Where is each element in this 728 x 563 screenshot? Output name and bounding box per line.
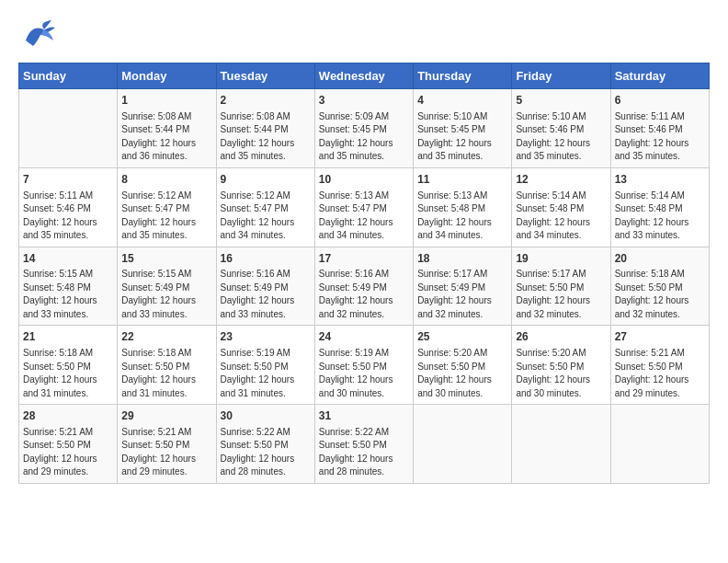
day-info: Sunrise: 5:16 AM Sunset: 5:49 PM Dayligh… [319,269,393,319]
weekday-header-wednesday: Wednesday [314,63,413,89]
calendar-cell: 24Sunrise: 5:19 AM Sunset: 5:50 PM Dayli… [314,326,413,405]
calendar-cell: 3Sunrise: 5:09 AM Sunset: 5:45 PM Daylig… [314,89,413,168]
weekday-header-thursday: Thursday [414,63,512,89]
day-info: Sunrise: 5:11 AM Sunset: 5:46 PM Dayligh… [615,111,689,162]
day-info: Sunrise: 5:08 AM Sunset: 5:44 PM Dayligh… [121,111,196,162]
calendar-cell: 7Sunrise: 5:11 AM Sunset: 5:46 PM Daylig… [19,167,118,247]
day-number: 23 [221,329,311,345]
calendar-cell: 6Sunrise: 5:11 AM Sunset: 5:46 PM Daylig… [610,89,709,168]
day-info: Sunrise: 5:12 AM Sunset: 5:47 PM Dayligh… [221,190,295,241]
day-number: 7 [23,172,113,188]
day-number: 2 [221,93,311,109]
calendar-header: SundayMondayTuesdayWednesdayThursdayFrid… [19,63,710,89]
header [18,15,710,55]
calendar-cell [19,89,118,168]
calendar-cell: 22Sunrise: 5:18 AM Sunset: 5:50 PM Dayli… [118,326,216,405]
day-info: Sunrise: 5:14 AM Sunset: 5:48 PM Dayligh… [615,190,689,241]
day-info: Sunrise: 5:21 AM Sunset: 5:50 PM Dayligh… [23,427,97,477]
day-info: Sunrise: 5:19 AM Sunset: 5:50 PM Dayligh… [319,348,393,398]
day-number: 10 [319,172,409,188]
calendar-cell: 28Sunrise: 5:21 AM Sunset: 5:50 PM Dayli… [19,405,118,484]
day-info: Sunrise: 5:09 AM Sunset: 5:45 PM Dayligh… [319,111,393,162]
calendar-cell: 13Sunrise: 5:14 AM Sunset: 5:48 PM Dayli… [610,167,709,247]
calendar-week-1: 1Sunrise: 5:08 AM Sunset: 5:44 PM Daylig… [19,89,710,168]
calendar-cell: 18Sunrise: 5:17 AM Sunset: 5:49 PM Dayli… [414,247,512,326]
day-number: 9 [221,172,311,188]
day-number: 8 [121,172,211,188]
day-info: Sunrise: 5:12 AM Sunset: 5:47 PM Dayligh… [121,190,196,241]
day-number: 13 [615,172,705,188]
day-number: 22 [121,329,211,345]
calendar-cell: 15Sunrise: 5:15 AM Sunset: 5:49 PM Dayli… [118,247,216,326]
day-number: 5 [516,93,606,109]
day-number: 31 [319,408,409,424]
day-info: Sunrise: 5:13 AM Sunset: 5:47 PM Dayligh… [319,190,393,241]
day-number: 19 [516,251,606,267]
day-info: Sunrise: 5:18 AM Sunset: 5:50 PM Dayligh… [121,348,196,398]
weekday-header-monday: Monday [118,63,216,89]
day-number: 25 [417,329,507,345]
calendar-cell: 17Sunrise: 5:16 AM Sunset: 5:49 PM Dayli… [314,247,413,326]
day-number: 17 [319,251,409,267]
calendar-cell: 12Sunrise: 5:14 AM Sunset: 5:48 PM Dayli… [512,167,610,247]
calendar-cell: 20Sunrise: 5:18 AM Sunset: 5:50 PM Dayli… [610,247,709,326]
calendar-cell: 8Sunrise: 5:12 AM Sunset: 5:47 PM Daylig… [118,167,216,247]
day-number: 11 [417,172,507,188]
day-info: Sunrise: 5:17 AM Sunset: 5:50 PM Dayligh… [516,269,590,319]
day-info: Sunrise: 5:21 AM Sunset: 5:50 PM Dayligh… [121,427,196,477]
day-info: Sunrise: 5:20 AM Sunset: 5:50 PM Dayligh… [516,348,590,398]
day-number: 14 [23,251,113,267]
weekday-header-saturday: Saturday [610,63,709,89]
calendar-cell: 21Sunrise: 5:18 AM Sunset: 5:50 PM Dayli… [19,326,118,405]
calendar-cell: 29Sunrise: 5:21 AM Sunset: 5:50 PM Dayli… [118,405,216,484]
day-info: Sunrise: 5:17 AM Sunset: 5:49 PM Dayligh… [417,269,492,319]
day-number: 18 [417,251,507,267]
day-info: Sunrise: 5:08 AM Sunset: 5:44 PM Dayligh… [221,111,295,162]
day-info: Sunrise: 5:18 AM Sunset: 5:50 PM Dayligh… [23,348,97,398]
day-info: Sunrise: 5:18 AM Sunset: 5:50 PM Dayligh… [615,269,689,319]
day-number: 4 [417,93,507,109]
day-number: 3 [319,93,409,109]
day-number: 6 [615,93,705,109]
calendar-week-5: 28Sunrise: 5:21 AM Sunset: 5:50 PM Dayli… [19,405,710,484]
calendar-cell: 10Sunrise: 5:13 AM Sunset: 5:47 PM Dayli… [314,167,413,247]
calendar-week-2: 7Sunrise: 5:11 AM Sunset: 5:46 PM Daylig… [19,167,710,247]
calendar-cell: 25Sunrise: 5:20 AM Sunset: 5:50 PM Dayli… [414,326,512,405]
calendar-body: 1Sunrise: 5:08 AM Sunset: 5:44 PM Daylig… [19,89,710,484]
day-number: 26 [516,329,606,345]
calendar-cell: 26Sunrise: 5:20 AM Sunset: 5:50 PM Dayli… [512,326,610,405]
day-number: 24 [319,329,409,345]
calendar-cell: 30Sunrise: 5:22 AM Sunset: 5:50 PM Dayli… [216,405,314,484]
day-number: 1 [121,93,211,109]
day-number: 16 [221,251,311,267]
calendar-cell [610,405,709,484]
calendar-cell: 9Sunrise: 5:12 AM Sunset: 5:47 PM Daylig… [216,167,314,247]
day-number: 12 [516,172,606,188]
calendar-cell: 1Sunrise: 5:08 AM Sunset: 5:44 PM Daylig… [118,89,216,168]
day-info: Sunrise: 5:13 AM Sunset: 5:48 PM Dayligh… [417,190,492,241]
calendar-cell: 11Sunrise: 5:13 AM Sunset: 5:48 PM Dayli… [414,167,512,247]
calendar-table: SundayMondayTuesdayWednesdayThursdayFrid… [18,63,710,484]
calendar-cell: 31Sunrise: 5:22 AM Sunset: 5:50 PM Dayli… [314,405,413,484]
weekday-header-tuesday: Tuesday [216,63,314,89]
calendar-cell: 16Sunrise: 5:16 AM Sunset: 5:49 PM Dayli… [216,247,314,326]
day-number: 28 [23,408,113,424]
weekday-header-sunday: Sunday [19,63,118,89]
day-info: Sunrise: 5:16 AM Sunset: 5:49 PM Dayligh… [221,269,295,319]
day-info: Sunrise: 5:15 AM Sunset: 5:49 PM Dayligh… [121,269,196,319]
day-number: 30 [221,408,311,424]
calendar-cell: 14Sunrise: 5:15 AM Sunset: 5:48 PM Dayli… [19,247,118,326]
day-info: Sunrise: 5:22 AM Sunset: 5:50 PM Dayligh… [221,427,295,477]
day-number: 27 [615,329,705,345]
calendar-week-3: 14Sunrise: 5:15 AM Sunset: 5:48 PM Dayli… [19,247,710,326]
calendar-cell: 19Sunrise: 5:17 AM Sunset: 5:50 PM Dayli… [512,247,610,326]
calendar-cell: 23Sunrise: 5:19 AM Sunset: 5:50 PM Dayli… [216,326,314,405]
day-info: Sunrise: 5:15 AM Sunset: 5:48 PM Dayligh… [23,269,97,319]
day-info: Sunrise: 5:22 AM Sunset: 5:50 PM Dayligh… [319,427,393,477]
day-info: Sunrise: 5:10 AM Sunset: 5:46 PM Dayligh… [516,111,590,162]
day-info: Sunrise: 5:20 AM Sunset: 5:50 PM Dayligh… [417,348,492,398]
logo-bird-icon [18,15,59,55]
day-info: Sunrise: 5:11 AM Sunset: 5:46 PM Dayligh… [23,190,97,241]
day-info: Sunrise: 5:19 AM Sunset: 5:50 PM Dayligh… [221,348,295,398]
day-number: 29 [121,408,211,424]
